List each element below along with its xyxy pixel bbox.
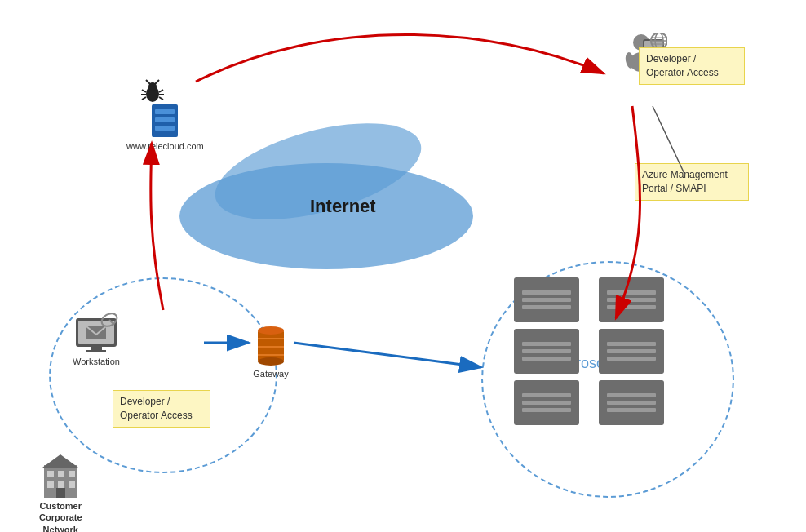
svg-rect-43 (58, 471, 64, 477)
dev-operator-workstation-note: Developer / Operator Access (113, 390, 210, 428)
server-unit-1 (514, 277, 579, 322)
gateway-icon (253, 322, 289, 367)
gateway-area: Gateway (253, 322, 289, 379)
server-unit-4 (599, 329, 664, 374)
internet-label: Internet (310, 196, 376, 217)
gateway-label: Gateway (253, 369, 288, 379)
svg-rect-24 (155, 109, 175, 114)
svg-point-39 (258, 357, 284, 366)
azure-portal-note-text: Azure Management Portal / SMAPI (642, 169, 728, 194)
workstation-area: Workstation (72, 310, 121, 366)
server-unit-3 (514, 329, 579, 374)
web-server-url-label: www.relecloud.com (126, 141, 204, 151)
svg-rect-42 (47, 471, 54, 477)
svg-rect-45 (47, 481, 54, 488)
svg-line-22 (159, 97, 163, 100)
svg-line-19 (142, 97, 146, 100)
customer-corporate-area: Customer Corporate Network (39, 453, 82, 532)
server-unit-5 (514, 380, 579, 425)
dev-operator-top-note: Developer / Operator Access (639, 47, 745, 85)
svg-line-20 (159, 90, 163, 92)
svg-rect-47 (69, 481, 75, 488)
webserver-to-dev-red-arrow (196, 35, 604, 82)
web-server-book-icon (150, 103, 179, 139)
dev-operator-top-note-text: Developer / Operator Access (646, 53, 719, 78)
dev-operator-workstation-note-text: Developer / Operator Access (120, 396, 193, 421)
corp-network-circle (49, 277, 277, 473)
svg-line-16 (155, 80, 159, 84)
svg-line-17 (142, 90, 146, 92)
svg-marker-41 (42, 454, 78, 468)
workstation-label: Workstation (73, 357, 120, 366)
svg-line-15 (146, 80, 150, 84)
svg-rect-26 (155, 126, 175, 131)
svg-rect-30 (86, 350, 106, 352)
web-server-area: www.relecloud.com (126, 78, 204, 151)
svg-rect-44 (69, 471, 75, 477)
internet-cloud: Internet (163, 131, 506, 294)
svg-rect-46 (58, 481, 64, 488)
gateway-to-azure-blue-arrow (294, 343, 481, 367)
azure-portal-note: Azure Management Portal / SMAPI (635, 163, 749, 201)
diagram-container: Internet Microsoft Azure (0, 0, 806, 532)
azure-server-racks (514, 277, 677, 425)
building-icon (42, 453, 79, 498)
svg-point-38 (258, 326, 284, 335)
server-unit-6 (599, 380, 664, 425)
svg-rect-25 (155, 117, 175, 122)
workstation-icon (72, 310, 121, 355)
svg-rect-48 (56, 488, 65, 498)
corp-network-label: Customer Corporate Network (39, 500, 82, 532)
server-unit-2 (599, 277, 664, 322)
